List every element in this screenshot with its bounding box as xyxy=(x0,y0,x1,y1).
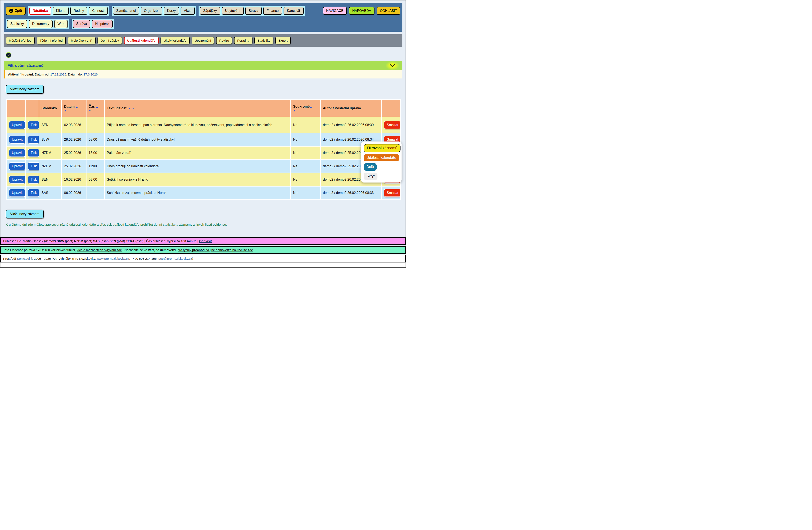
nav-utility-button[interactable]: ODHLÁSIT xyxy=(377,7,400,15)
nav-module-button[interactable]: Nástěnka xyxy=(29,7,51,15)
print-button[interactable]: Tisk xyxy=(28,135,39,144)
col-print xyxy=(26,100,39,117)
edit-button[interactable]: Upravit xyxy=(9,149,25,157)
nav-module-button[interactable]: Organizér xyxy=(141,7,162,15)
view-tab[interactable]: Úkoly kalendáře xyxy=(160,37,190,44)
cell-print: Tisk xyxy=(26,146,39,159)
view-tab[interactable]: Denní zápisy xyxy=(98,37,122,44)
sort-asc-icon[interactable]: ▲ xyxy=(96,105,98,108)
demo-text-segment: veřejné demoverzi xyxy=(148,248,176,252)
filter-header[interactable]: Filtrování záznamů xyxy=(4,61,402,70)
view-tab[interactable]: Měsíční přehled xyxy=(6,37,35,44)
edit-button[interactable]: Upravit xyxy=(9,189,25,197)
help-icon[interactable]: ? xyxy=(6,52,11,58)
edit-button[interactable]: Upravit xyxy=(9,162,25,170)
cell-stredisko: SAS xyxy=(39,187,61,199)
filter-text-segment[interactable]: 17.12.2025 xyxy=(50,73,66,76)
nav-module-button[interactable]: Finance xyxy=(263,7,282,15)
filter-active-row: Aktivní filtrování: Datum od: 17.12.2025… xyxy=(4,70,402,78)
delete-button[interactable]: Smazat xyxy=(384,189,400,197)
edit-button[interactable]: Upravit xyxy=(9,121,25,129)
sort-desc-icon[interactable]: ▼ xyxy=(64,109,84,112)
event-row: Upravit Tisk SEN 02.03.2026 Přijde k nám… xyxy=(7,117,400,133)
back-button-label: Zpět xyxy=(15,9,22,13)
nav-module-button[interactable]: Zaměstnanci xyxy=(113,7,139,15)
cell-stredisko: SEN xyxy=(39,173,61,186)
table-header-row: Středisko Datum ▲ ▼ Čas ▲ ▼ Text událost… xyxy=(7,100,400,117)
popup-hide-button[interactable]: Skrýt xyxy=(364,173,377,180)
cell-stredisko: StrW xyxy=(39,133,61,146)
nav-module-button[interactable]: Kancelář xyxy=(284,7,304,15)
demo-text-segment[interactable]: více o možnostech skrývání zde xyxy=(77,248,122,252)
nav-module-button[interactable]: Helpdesk xyxy=(92,20,113,28)
print-button[interactable]: Tisk xyxy=(28,162,39,170)
cell-datum: 16.02.2026 xyxy=(62,173,86,186)
credits-text-segment[interactable]: petr@pro-neziskovky.cz xyxy=(158,257,192,260)
nav-utility-button[interactable]: NAVIGACE xyxy=(323,7,347,15)
col-text: Text události ▲ ▼ xyxy=(105,100,290,117)
print-button[interactable]: Tisk xyxy=(28,189,39,197)
view-tab[interactable]: Export xyxy=(275,37,291,44)
print-button[interactable]: Tisk xyxy=(28,175,39,184)
nav-module-button[interactable]: Klienti xyxy=(53,7,69,15)
bottom-white-strip xyxy=(0,262,406,267)
filter-text-segment[interactable]: 17.3.2026 xyxy=(84,73,98,76)
cell-stredisko: NZDM xyxy=(39,160,61,173)
nav-module-button[interactable]: Rodiny xyxy=(70,7,88,15)
sort-asc-icon[interactable]: ▲ xyxy=(75,105,78,108)
view-tab[interactable]: Statistiky xyxy=(255,37,273,44)
col-soukrome-label: Soukromé xyxy=(293,105,309,108)
nav-module-button[interactable]: Web xyxy=(54,20,68,28)
nav-module-button[interactable]: Statistiky xyxy=(7,20,27,28)
session-text-segment[interactable]: Odhlásit xyxy=(199,239,212,243)
sort-desc-icon[interactable]: ▼ xyxy=(89,109,102,112)
view-tab[interactable]: Týdenní přehled xyxy=(37,37,66,44)
print-button[interactable]: Tisk xyxy=(28,149,39,157)
view-tab[interactable]: Revize xyxy=(216,37,232,44)
cell-edit: Upravit xyxy=(7,117,25,133)
demo-text-segment[interactable]: přechod xyxy=(192,248,205,252)
insert-record-button-bottom[interactable]: Vložit nový záznam xyxy=(6,210,44,218)
view-tab[interactable]: Události kalendáře xyxy=(124,37,159,44)
nav-utility-button[interactable]: NÁPOVĚDA xyxy=(349,7,375,15)
nav-module-button[interactable]: Akce xyxy=(180,7,195,15)
nav-module-button[interactable]: Správa xyxy=(73,20,90,28)
nav-button-group: StatistikyDokumentyWeb xyxy=(6,19,69,29)
edit-button[interactable]: Upravit xyxy=(9,135,25,144)
cell-stredisko: SEN xyxy=(39,117,61,133)
collapse-chevron-icon[interactable] xyxy=(386,61,400,70)
demo-text-segment[interactable]: na jiné demoverze pokračujte zde xyxy=(205,248,253,252)
sort-desc-icon[interactable]: ▼ xyxy=(132,107,134,110)
view-tab[interactable]: Poradna xyxy=(234,37,252,44)
cell-soukrome: Ne xyxy=(291,117,320,133)
nav-module-button[interactable]: Činnosti xyxy=(89,7,108,15)
session-text-segment: (psat) xyxy=(100,239,110,243)
demo-text-segment[interactable]: pro rychlý xyxy=(177,248,192,252)
col-edit xyxy=(7,100,25,117)
nav-module-button[interactable]: Ubytování xyxy=(222,7,244,15)
popup-down-button[interactable]: Dolů xyxy=(364,163,377,171)
cell-edit: Upravit xyxy=(7,133,25,146)
col-stredisko: Středisko xyxy=(39,100,61,117)
col-delete xyxy=(382,100,400,117)
filter-text-segment: Datum od: xyxy=(34,73,50,76)
insert-record-button-top[interactable]: Vložit nový záznam xyxy=(6,85,44,94)
credits-text-segment[interactable]: Sonic.cgi xyxy=(17,257,30,260)
sort-asc-icon[interactable]: ▲ xyxy=(309,105,312,108)
popup-filter-records-button[interactable]: Filtrování záznamů xyxy=(364,144,401,152)
nav-module-button[interactable]: Dokumenty xyxy=(29,20,53,28)
credits-text-segment[interactable]: www.pro-neziskovky.cz xyxy=(97,257,129,260)
edit-button[interactable]: Upravit xyxy=(9,175,25,184)
nav-module-button[interactable]: Zápůjčky xyxy=(200,7,220,15)
sort-asc-icon[interactable]: ▲ xyxy=(128,107,131,110)
nav-module-button[interactable]: Strava xyxy=(245,7,262,15)
sort-desc-icon[interactable]: ▼ xyxy=(293,109,318,112)
print-button[interactable]: Tisk xyxy=(28,121,39,129)
popup-calendar-events-button[interactable]: Události kalendáře xyxy=(364,154,399,161)
nav-module-button[interactable]: Kurzy xyxy=(164,7,179,15)
back-button[interactable]: ← Zpět xyxy=(6,6,26,15)
view-tab[interactable]: Upozornění xyxy=(192,37,214,44)
delete-button[interactable]: Smazat xyxy=(384,121,400,129)
cell-text: Dnes už musím vážně dotáhnout ty statist… xyxy=(105,133,290,146)
view-tab[interactable]: Moje úkoly z IP xyxy=(68,37,96,44)
